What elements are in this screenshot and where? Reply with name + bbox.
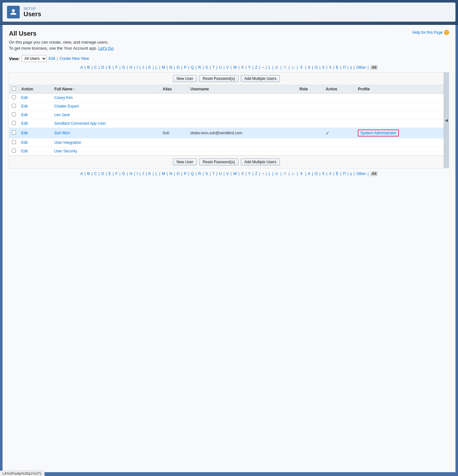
user-link-security[interactable]: User Security: [54, 149, 77, 153]
alpha-bottom-P[interactable]: P: [184, 172, 186, 176]
reset-passwords-button-top[interactable]: Reset Password(s): [199, 75, 238, 82]
alpha-special3[interactable]: ꀀ: [275, 65, 279, 70]
alpha-bottom-s13[interactable]: ș: [350, 172, 352, 176]
alpha-Z[interactable]: Z: [255, 65, 257, 70]
user-link-integration[interactable]: User Integration: [54, 140, 81, 145]
alpha-bottom-M[interactable]: M: [162, 172, 165, 176]
alpha-bottom-K[interactable]: K: [149, 172, 151, 176]
alpha-N[interactable]: N: [170, 65, 172, 70]
alpha-bottom-C[interactable]: C: [94, 172, 97, 176]
row-check-6[interactable]: [12, 140, 16, 144]
alpha-bottom-V[interactable]: V: [226, 172, 229, 176]
user-link-sendbird[interactable]: Sendbird Connected App User: [54, 121, 106, 126]
alpha-bottom-s12[interactable]: Π: [343, 172, 346, 176]
alpha-bottom-s11[interactable]: E: [336, 172, 338, 176]
help-link[interactable]: Help for this Page ?: [413, 30, 449, 35]
alpha-bottom-O[interactable]: O: [177, 172, 179, 176]
alpha-special8[interactable]: O: [315, 65, 318, 70]
sidebar-toggle[interactable]: ◀: [444, 73, 449, 168]
edit-link-casey[interactable]: Edit: [21, 95, 28, 100]
alpha-bottom-H[interactable]: H: [129, 172, 132, 176]
alpha-V[interactable]: V: [226, 65, 229, 70]
row-check-1[interactable]: [12, 95, 16, 99]
alpha-bottom-all-active[interactable]: All: [370, 171, 378, 176]
row-check-4[interactable]: [12, 121, 16, 125]
alpha-special10[interactable]: X: [329, 65, 331, 70]
alpha-bottom-Y[interactable]: Y: [248, 172, 251, 176]
alpha-special6[interactable]: ꀰ: [300, 65, 303, 70]
alpha-C[interactable]: C: [94, 65, 97, 70]
alpha-bottom-s6[interactable]: ꀰ: [300, 172, 303, 176]
alpha-R[interactable]: R: [198, 65, 201, 70]
alpha-other[interactable]: Other: [356, 65, 366, 70]
alpha-M[interactable]: M: [162, 65, 165, 70]
alpha-bottom-T[interactable]: T: [212, 172, 215, 176]
alpha-D[interactable]: D: [101, 65, 104, 70]
user-link-lee[interactable]: Lee Jane: [54, 113, 70, 117]
lets-go-link[interactable]: Let's Go: [98, 46, 114, 51]
alpha-K[interactable]: K: [149, 65, 151, 70]
row-check-2[interactable]: [12, 104, 16, 108]
alpha-bottom-U[interactable]: U: [219, 172, 222, 176]
alpha-bottom-s10[interactable]: X: [329, 172, 331, 176]
alpha-bottom-N[interactable]: N: [170, 172, 172, 176]
alpha-special1[interactable]: ¬: [262, 65, 264, 70]
alpha-W[interactable]: W: [233, 65, 237, 70]
edit-link-chatter[interactable]: Edit: [21, 104, 28, 108]
alpha-bottom-A[interactable]: A: [80, 172, 83, 176]
alpha-H[interactable]: H: [129, 65, 132, 70]
alpha-S[interactable]: S: [205, 65, 208, 70]
edit-link-suh[interactable]: Edit: [21, 131, 28, 135]
alpha-Y[interactable]: Y: [248, 65, 251, 70]
alpha-F[interactable]: F: [115, 65, 118, 70]
user-link-casey[interactable]: Casey Kim: [54, 95, 73, 100]
edit-link-lee[interactable]: Edit: [21, 113, 28, 117]
alpha-special13[interactable]: ș: [350, 65, 352, 70]
edit-link-security[interactable]: Edit: [21, 149, 28, 153]
alpha-E[interactable]: E: [108, 65, 111, 70]
alpha-bottom-s8[interactable]: O: [315, 172, 318, 176]
alpha-special9[interactable]: X: [322, 65, 325, 70]
alpha-special5[interactable]: ꒤: [291, 65, 295, 70]
alpha-special2[interactable]: L: [268, 65, 271, 70]
edit-view-link[interactable]: Edit: [49, 56, 55, 61]
alpha-bottom-s2[interactable]: L: [268, 172, 271, 176]
alpha-bottom-other[interactable]: Other: [356, 172, 366, 176]
alpha-Q[interactable]: Q: [191, 65, 194, 70]
alpha-bottom-Z[interactable]: Z: [255, 172, 257, 176]
reset-passwords-button-bottom[interactable]: Reset Password(s): [199, 158, 238, 165]
row-check-7[interactable]: [12, 149, 16, 153]
alpha-special7[interactable]: A: [308, 65, 310, 70]
row-check-3[interactable]: [12, 112, 16, 116]
user-link-chatter[interactable]: Chatter Expert: [54, 104, 79, 108]
alpha-A[interactable]: A: [80, 65, 83, 70]
add-multiple-button-bottom[interactable]: Add Multiple Users: [241, 158, 280, 165]
alpha-special12[interactable]: Π: [343, 65, 346, 70]
alpha-I[interactable]: I: [137, 65, 138, 70]
view-select[interactable]: All Users: [22, 55, 47, 62]
alpha-X[interactable]: X: [241, 65, 244, 70]
alpha-bottom-s3[interactable]: ꀀ: [275, 172, 279, 176]
alpha-L[interactable]: L: [155, 65, 157, 70]
alpha-bottom-S[interactable]: S: [205, 172, 208, 176]
alpha-bottom-B[interactable]: B: [87, 172, 90, 176]
alpha-G[interactable]: G: [122, 65, 125, 70]
edit-link-sendbird[interactable]: Edit: [21, 121, 28, 126]
alpha-bottom-G[interactable]: G: [122, 172, 125, 176]
create-view-link[interactable]: Create New View: [59, 56, 89, 61]
edit-link-integration[interactable]: Edit: [21, 140, 28, 145]
add-multiple-button-top[interactable]: Add Multiple Users: [241, 75, 280, 82]
alpha-bottom-E[interactable]: E: [108, 172, 111, 176]
new-user-button-bottom[interactable]: New User: [173, 158, 197, 165]
alpha-bottom-s1[interactable]: ¬: [262, 172, 264, 176]
alpha-bottom-D[interactable]: D: [101, 172, 104, 176]
user-link-suh[interactable]: Suh Won: [54, 131, 70, 135]
alpha-B[interactable]: B: [87, 65, 90, 70]
alpha-bottom-s7[interactable]: A: [308, 172, 310, 176]
row-check-5[interactable]: [12, 130, 16, 135]
alpha-bottom-R[interactable]: R: [198, 172, 201, 176]
alpha-P[interactable]: P: [184, 65, 186, 70]
alpha-bottom-s5[interactable]: ꒤: [291, 172, 295, 176]
alpha-bottom-X[interactable]: X: [241, 172, 244, 176]
alpha-bottom-I[interactable]: I: [137, 172, 138, 176]
